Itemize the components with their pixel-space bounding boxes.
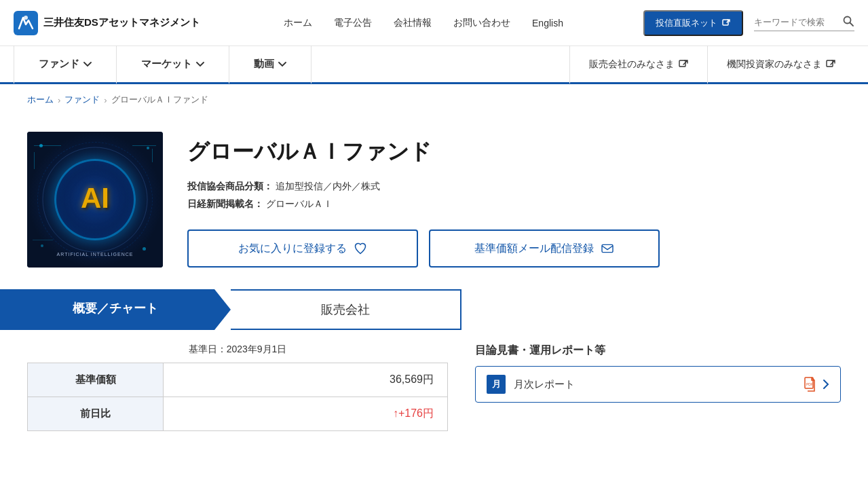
fund-image: AI ARTIFICIAL INTELLIGENCE <box>27 132 163 268</box>
nav-english[interactable]: English <box>532 18 563 29</box>
table-row: 基準価額 36,569円 <box>28 363 448 397</box>
company-name: 三井住友DSアセットマネジメント <box>43 16 200 29</box>
external-link-icon <box>826 60 835 69</box>
subnav-market[interactable]: マーケット <box>117 45 229 84</box>
svg-rect-7 <box>602 244 613 252</box>
fund-hero: AI ARTIFICIAL INTELLIGENCE グローバルＡＩファンド 投… <box>0 115 868 289</box>
external-link-icon <box>679 60 688 69</box>
breadcrumb-current: グローバルＡＩファンド <box>111 94 208 106</box>
sub-nav-right: 販売会社のみなさま 機関投資家のみなさま <box>569 45 854 84</box>
price-table: 基準価額 36,569円 前日比 ↑+176円 <box>27 363 448 431</box>
nav-announcement[interactable]: 電子公告 <box>334 17 372 29</box>
subnav-institutional[interactable]: 機関投資家のみなさま <box>707 45 854 84</box>
breadcrumb-home[interactable]: ホーム <box>27 94 54 106</box>
monthly-report-item[interactable]: 月 月次レポート PDF <box>475 366 841 403</box>
fund-buttons: お気に入りに登録する 基準価額メール配信登録 <box>187 229 841 268</box>
price-label: 基準価額 <box>28 363 164 397</box>
external-link-icon <box>721 18 731 28</box>
chevron-down-icon <box>196 62 204 67</box>
right-panel: 目論見書・運用レポート等 月 月次レポート PDF <box>475 330 841 431</box>
breadcrumb: ホーム › ファンド › グローバルＡＩファンド <box>0 84 868 115</box>
nav-home[interactable]: ホーム <box>284 17 312 29</box>
chevron-right-icon <box>823 379 829 390</box>
subnav-video[interactable]: 動画 <box>229 45 312 84</box>
chevron-down-icon <box>83 62 92 67</box>
fund-info: グローバルＡＩファンド 投信協会商品分類： 追加型投信／内外／株式 日経新聞掲載… <box>187 132 841 268</box>
sub-nav-bar: ファンド マーケット 動画 販売会社のみなさま 機関投資家のみなさま <box>0 46 868 84</box>
breadcrumb-sep2: › <box>104 95 107 105</box>
breadcrumb-sep1: › <box>58 95 60 105</box>
report-section-title: 目論見書・運用レポート等 <box>475 344 841 358</box>
table-row: 前日比 ↑+176円 <box>28 397 448 431</box>
email-button[interactable]: 基準価額メール配信登録 <box>429 229 660 268</box>
heart-icon <box>354 242 367 255</box>
sub-nav: ファンド マーケット 動画 <box>14 45 569 84</box>
nav-company[interactable]: 会社情報 <box>394 17 432 29</box>
change-label: 前日比 <box>28 397 164 431</box>
favorite-button[interactable]: お気に入りに登録する <box>187 229 418 268</box>
fund-title: グローバルＡＩファンド <box>187 137 841 167</box>
search-area[interactable] <box>754 15 854 31</box>
svg-line-4 <box>850 22 854 26</box>
svg-text:PDF: PDF <box>806 382 813 386</box>
search-icon[interactable] <box>842 15 854 29</box>
fund-nikkei: 日経新聞掲載名： グローバルＡＩ <box>187 198 841 210</box>
toushin-button[interactable]: 投信直販ネット <box>643 10 743 36</box>
chevron-down-icon <box>278 62 286 67</box>
nav-contact[interactable]: お問い合わせ <box>453 17 510 29</box>
header-right: 投信直販ネット <box>643 10 854 36</box>
subnav-distributor[interactable]: 販売会社のみなさま <box>569 45 707 84</box>
tab-overview[interactable]: 概要／チャート <box>0 289 231 330</box>
kijun-date: 基準日：2023年9月1日 <box>27 344 448 356</box>
change-value: ↑+176円 <box>164 397 448 431</box>
tab-distributor[interactable]: 販売会社 <box>231 289 461 330</box>
logo-icon <box>14 11 38 35</box>
logo-area[interactable]: 三井住友DSアセットマネジメント <box>14 11 204 35</box>
left-panel: 基準日：2023年9月1日 基準価額 36,569円 前日比 ↑+176円 <box>27 330 448 431</box>
monthly-report-label: 月次レポート <box>514 378 795 391</box>
report-icons: PDF <box>804 377 829 392</box>
main-nav: ホーム 電子公告 会社情報 お問い合わせ English <box>204 17 643 29</box>
search-input[interactable] <box>754 17 842 27</box>
fund-category: 投信協会商品分類： 追加型投信／内外／株式 <box>187 181 841 193</box>
monthly-badge: 月 <box>487 375 506 394</box>
breadcrumb-fund[interactable]: ファンド <box>64 94 100 106</box>
price-value: 36,569円 <box>164 363 448 397</box>
tabs-area: 概要／チャート 販売会社 <box>0 289 868 330</box>
mail-icon <box>601 243 614 254</box>
svg-point-1 <box>24 16 28 20</box>
content-area: 基準日：2023年9月1日 基準価額 36,569円 前日比 ↑+176円 目論… <box>0 330 868 431</box>
subnav-fund[interactable]: ファンド <box>14 45 117 84</box>
pdf-icon: PDF <box>804 377 817 392</box>
